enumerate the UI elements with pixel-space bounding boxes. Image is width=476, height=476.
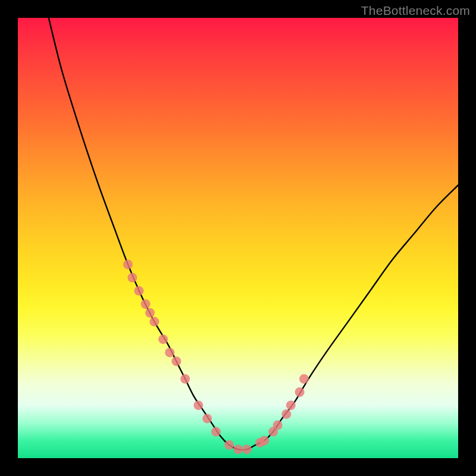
marker-point [299,374,309,384]
marker-point [134,286,144,296]
marker-point [123,259,133,269]
marker-point [273,421,283,430]
plot-area [18,18,458,458]
marker-point [286,400,296,410]
marker-point [127,273,137,283]
marker-point [141,299,151,309]
marker-point [149,317,159,327]
marker-point [145,308,155,318]
bottleneck-curve [49,18,458,450]
chart-svg [18,18,458,458]
marker-point [180,374,190,384]
marker-point [202,414,212,423]
marker-point [165,347,174,357]
marker-point [224,440,234,450]
outer-frame: TheBottleneck.com [0,0,476,476]
marker-point [233,444,243,454]
marker-point [193,400,203,410]
marker-point [281,409,291,419]
marker-point [171,356,181,366]
marker-point [242,444,252,454]
marker-point [259,436,269,445]
marker-point [295,387,305,397]
watermark-text: TheBottleneck.com [361,4,470,18]
marker-point [158,334,168,344]
marker-point [211,427,221,437]
marker-group [123,259,309,454]
